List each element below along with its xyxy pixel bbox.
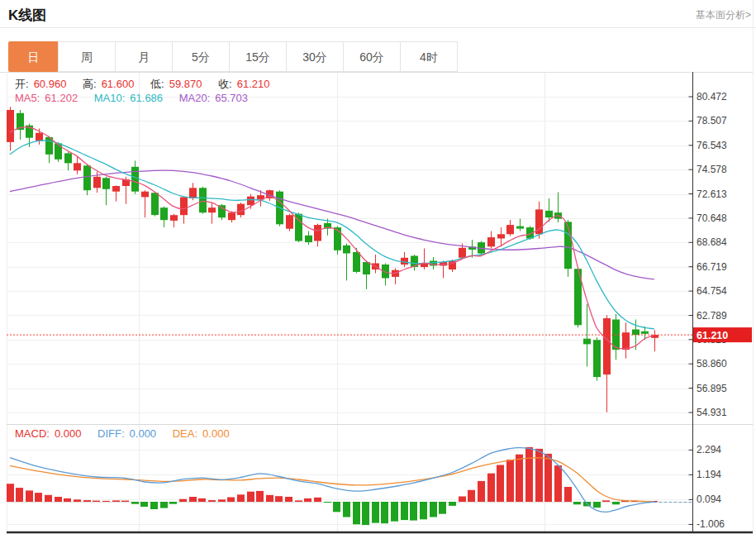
candle-body <box>363 262 370 274</box>
candle-body <box>74 163 81 170</box>
close-value: 61.210 <box>237 78 270 90</box>
price-axis-label: 68.684 <box>697 236 727 248</box>
macd-bar <box>449 502 456 506</box>
candle-body <box>583 339 591 345</box>
diff-label: DIFF: <box>97 427 125 440</box>
ma20-value: 65.703 <box>215 92 248 104</box>
close-label: 收: <box>218 78 232 90</box>
diff-value: 0.000 <box>130 427 157 440</box>
macd-bar <box>218 499 226 502</box>
macd-bar <box>410 502 417 521</box>
macd-bar <box>169 502 177 504</box>
candle-body <box>102 178 110 189</box>
macd-bar <box>208 500 216 502</box>
candle-body <box>401 258 408 265</box>
ma20-label: MA20: <box>179 92 211 104</box>
candle-body <box>170 215 178 221</box>
macd-axis-label: -1.006 <box>697 518 725 530</box>
macd-bar <box>160 502 168 508</box>
price-axis-label: 80.472 <box>697 91 727 103</box>
macd-bar <box>285 497 292 502</box>
price-axis-label: 66.719 <box>697 261 727 273</box>
candle-body <box>93 177 101 188</box>
macd-bar <box>121 501 129 502</box>
macd-bar <box>102 501 110 502</box>
macd-axis-label: 2.294 <box>697 444 721 455</box>
price-axis-label: 70.648 <box>697 212 727 224</box>
candle-body <box>7 110 14 142</box>
candle-body <box>497 234 505 238</box>
candle-body <box>199 188 207 212</box>
macd-bar <box>74 499 81 502</box>
macd-bar <box>459 497 466 503</box>
macd-bar <box>189 497 197 502</box>
price-axis-label: 54.931 <box>697 407 727 418</box>
candle-body <box>131 167 139 192</box>
macd-bar <box>266 495 273 502</box>
macd-label: MACD: <box>15 427 50 440</box>
macd-bar <box>237 494 245 502</box>
macd-bar <box>112 500 120 502</box>
macd-bar <box>35 493 42 502</box>
macd-bar <box>353 502 360 524</box>
macd-bar <box>26 490 33 502</box>
macd-bar <box>140 502 148 507</box>
candle-body <box>228 212 235 220</box>
macd-bar <box>372 502 379 523</box>
ma5-value: 61.202 <box>45 92 78 104</box>
kline-widget: K线图 基本面分析> 日周月5分15分30分60分4时 80.47278.507… <box>0 0 756 534</box>
high-label: 高: <box>83 78 97 90</box>
macd-bar <box>439 502 446 514</box>
macd-bar <box>256 491 264 502</box>
macd-value: 0.000 <box>55 427 82 440</box>
macd-bar <box>430 502 437 517</box>
candle-body <box>208 207 216 212</box>
macd-bar <box>304 498 311 502</box>
price-axis-label: 62.789 <box>697 310 727 322</box>
low-label: 低: <box>150 78 164 90</box>
candle-body <box>189 188 197 198</box>
ma10-line <box>10 141 654 329</box>
macd-bar <box>525 447 533 502</box>
macd-readout: MACD:0.000 DIFF:0.000 DEA:0.000 <box>15 427 235 440</box>
price-axis-label: 78.507 <box>697 115 727 126</box>
macd-bar <box>179 499 187 502</box>
macd-bar <box>420 502 427 519</box>
candle-body <box>459 248 466 258</box>
macd-bar <box>602 500 610 502</box>
candle-body <box>545 211 553 217</box>
macd-bar <box>275 496 283 502</box>
macd-bar <box>131 502 139 504</box>
candle-body <box>632 330 640 336</box>
macd-bar <box>478 481 485 502</box>
ma-readout: MA5:61.202 MA10:61.686 MA20:65.703 <box>15 92 253 104</box>
macd-bar <box>497 465 504 503</box>
candle-body <box>64 153 72 163</box>
candle-body <box>593 340 601 377</box>
macd-bar <box>391 502 398 522</box>
ma10-value: 61.686 <box>130 92 163 104</box>
macd-bar <box>16 488 23 502</box>
macd-bar <box>198 498 206 502</box>
price-axis-label: 72.613 <box>697 188 727 200</box>
price-axis-label: 56.895 <box>697 383 727 394</box>
candle-body <box>564 222 572 269</box>
candle-body <box>641 331 649 334</box>
high-value: 61.600 <box>102 78 135 90</box>
macd-bar <box>487 474 495 502</box>
price-axis-label: 64.754 <box>697 285 727 297</box>
macd-bar <box>544 454 552 502</box>
candle-body <box>487 237 495 246</box>
candle-body <box>112 186 120 192</box>
dea-value: 0.000 <box>202 427 230 440</box>
macd-bar <box>314 498 321 502</box>
macd-axis-label: 0.094 <box>697 493 721 505</box>
candle-body <box>305 236 312 242</box>
macd-bar <box>227 498 235 503</box>
macd-bar <box>7 484 14 502</box>
macd-bar <box>516 455 523 502</box>
macd-bar <box>150 502 158 509</box>
candle-body <box>83 165 91 190</box>
macd-bar <box>295 500 302 502</box>
candle-body <box>141 192 149 198</box>
